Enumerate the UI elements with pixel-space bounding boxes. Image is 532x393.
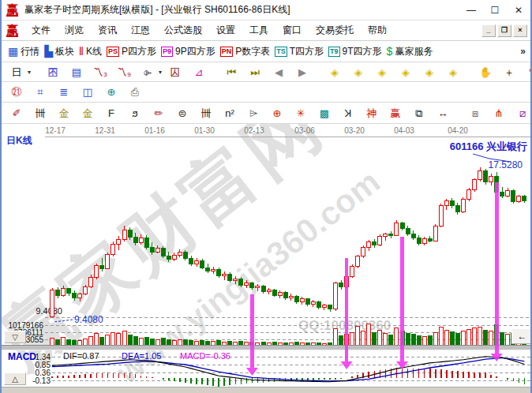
pane-separator[interactable] — [2, 345, 532, 350]
candle — [217, 269, 221, 275]
shen-ruler-button[interactable]: 神 — [363, 106, 382, 121]
9p-square-icon: P9 — [161, 47, 173, 57]
gann-diamond-4-button[interactable]: ◈ — [397, 65, 416, 80]
flag-button[interactable]: ⌲ — [245, 106, 264, 121]
ying-ruler-button[interactable]: 赢 — [387, 106, 406, 121]
spiral-button[interactable]: ϧ — [126, 106, 145, 121]
volume-bar — [461, 331, 465, 346]
gann-diamond-2-button[interactable]: ◈ — [350, 65, 369, 80]
service-button[interactable]: $赢家服务 — [387, 45, 433, 58]
9p-square-button[interactable]: P99P四方形 — [161, 45, 215, 58]
fan-box-button[interactable]: ⧄ — [514, 106, 532, 121]
volume-bar — [389, 335, 393, 346]
t-square-button[interactable]: TST四方形 — [275, 45, 324, 58]
notes-button[interactable]: ≣ — [55, 84, 74, 99]
save-button[interactable]: ◫ — [79, 84, 98, 99]
last-page-button[interactable]: ⏭ — [246, 65, 265, 80]
print-button[interactable]: ⎙ — [126, 84, 145, 99]
wave-9-button[interactable]: 〽₉ — [115, 65, 134, 80]
menu-item-工具[interactable]: 工具 — [242, 24, 275, 37]
gann-diamond-3-button[interactable]: ◈ — [373, 65, 392, 80]
candle — [461, 199, 465, 211]
circle-ruler-button[interactable]: ⊜ — [174, 106, 193, 121]
menu-item-窗口[interactable]: 窗口 — [275, 24, 309, 37]
toolbar-separator — [321, 65, 322, 79]
k-mark-button[interactable]: Ʞ — [339, 106, 358, 121]
period-daily-button[interactable]: 日▾ — [8, 65, 31, 80]
clipboard-button[interactable]: ▤ — [68, 65, 87, 80]
volume-bar — [111, 332, 115, 346]
9t-square-button[interactable]: T99T四方形 — [328, 45, 382, 58]
candle — [362, 247, 365, 256]
calculator-button[interactable]: ⌗ — [32, 84, 51, 99]
star-grid-button[interactable]: ✳ — [292, 106, 311, 121]
candle — [473, 180, 477, 190]
square-tool-button[interactable]: ⧈ — [466, 106, 485, 121]
menu-item-交易委托[interactable]: 交易委托 — [309, 24, 361, 37]
kline-button[interactable]: ⫴K线 — [79, 45, 102, 58]
kline-chart-svg[interactable]: 赢家财富网www.yingjia360.comQQ:10080036012-17… — [2, 124, 532, 387]
quotes-button[interactable]: ▦行情 — [8, 45, 39, 58]
flag-icon: ⌲ — [245, 106, 262, 121]
box-grid-button[interactable]: ▩ — [316, 106, 335, 121]
toolbar-overflow-chevron[interactable]: » — [520, 46, 526, 57]
calendar-button[interactable]: ㉑ — [8, 84, 27, 99]
chart-area[interactable]: 赢家财富网www.yingjia360.comQQ:10080036012-17… — [2, 124, 532, 387]
pen-tool-button[interactable]: ✎ — [524, 65, 532, 80]
ruler-123-button[interactable]: ⧉ — [410, 106, 429, 121]
ruler-2-button[interactable]: 卌 — [197, 106, 216, 121]
crosshair-tool-button[interactable]: ＋ — [500, 65, 519, 80]
candle — [117, 240, 121, 245]
mdi-close-button[interactable]: × — [513, 24, 527, 37]
menu-item-资讯[interactable]: 资讯 — [91, 24, 124, 37]
menu-item-帮助[interactable]: 帮助 — [361, 24, 394, 37]
menu-item-浏览[interactable]: 浏览 — [58, 24, 91, 37]
candle — [51, 290, 54, 316]
prev-button[interactable]: ◀ — [270, 65, 289, 80]
width-measure-button[interactable]: ↔ — [434, 106, 453, 121]
gann-diamond-6-button[interactable]: ◈ — [444, 65, 463, 80]
n-square-button[interactable]: n² — [221, 106, 240, 121]
next-button[interactable]: ▶ — [294, 65, 313, 80]
ruler-button[interactable]: 卌 — [32, 106, 51, 121]
sectors-button[interactable]: ▙板块 — [44, 45, 74, 58]
menu-item-设置[interactable]: 设置 — [209, 24, 242, 37]
f-ruler-button[interactable]: F — [103, 106, 122, 121]
scroll-left-button[interactable]: ← — [511, 328, 532, 344]
volume-profile-button[interactable]: ⊿ — [190, 65, 209, 80]
hand-tool-button[interactable]: ✋ — [477, 65, 496, 80]
brush-button[interactable]: ✐ — [8, 106, 27, 121]
volume-pane-toggle-button[interactable]: ▽ — [4, 331, 26, 343]
p-square-button[interactable]: PSP四方形 — [107, 45, 156, 58]
mdi-restore-button[interactable]: ❐ — [497, 24, 511, 37]
macd-pane-toggle-button[interactable]: △ — [4, 372, 26, 385]
network-button[interactable]: ⊕ — [103, 84, 122, 99]
first-page-button[interactable]: ⏮ — [223, 65, 242, 80]
menu-item-文件[interactable]: 文件 — [24, 24, 58, 37]
brush-2-button[interactable]: ✏ — [150, 106, 169, 121]
ruler-123-icon: ⧉ — [410, 106, 428, 121]
close-button[interactable]: ✕ — [507, 2, 530, 19]
hand-tool-icon: ✋ — [477, 65, 494, 80]
volume-bar — [500, 333, 504, 346]
wave-3-button[interactable]: 〽₃ — [92, 65, 111, 80]
svg-text:03-06: 03-06 — [294, 126, 315, 135]
target-circle-button[interactable]: ⊕ — [268, 106, 287, 121]
p-table-button[interactable]: PNP数字表 — [220, 45, 271, 58]
minimize-button[interactable]: — — [459, 2, 483, 19]
gold-ruler-1-button[interactable]: 金 — [55, 106, 74, 121]
fan-lines-button[interactable]: ⋔ — [490, 106, 509, 121]
maximize-button[interactable]: ☐ — [483, 2, 507, 19]
toolbar-separator — [462, 106, 463, 120]
mdi-minimize-button[interactable]: _ — [481, 24, 496, 37]
gann-diamond-1-button[interactable]: ◈ — [326, 65, 345, 80]
pattern-box-button[interactable]: 囚 — [167, 65, 185, 80]
menu-item-江恩[interactable]: 江恩 — [124, 24, 157, 37]
square-tool-icon: ⧈ — [466, 106, 484, 121]
net-grid-button[interactable]: 囨 — [44, 65, 63, 80]
gold-ruler-2-button[interactable]: 金 — [79, 106, 98, 121]
single-candle-button[interactable]: ⌱▾ — [139, 65, 162, 80]
menu-item-公式选股[interactable]: 公式选股 — [157, 24, 209, 37]
gann-diamond-5-button[interactable]: ◈ — [421, 65, 440, 80]
network-icon: ⊕ — [103, 84, 120, 99]
